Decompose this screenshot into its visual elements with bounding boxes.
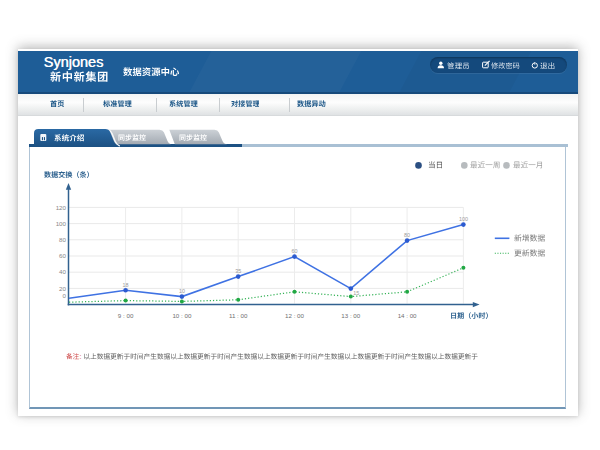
svg-text:100: 100 (56, 220, 67, 227)
svg-text:11 : 00: 11 : 00 (229, 312, 248, 319)
svg-text:40: 40 (59, 268, 66, 275)
svg-text:20: 20 (59, 285, 66, 292)
svg-text:60: 60 (59, 252, 66, 259)
svg-text:80: 80 (404, 232, 410, 238)
svg-text:120: 120 (56, 204, 67, 211)
svg-text:9 : 00: 9 : 00 (118, 312, 134, 319)
svg-text:100: 100 (459, 216, 468, 222)
svg-text:12 : 00: 12 : 00 (285, 312, 304, 319)
svg-text:60: 60 (292, 248, 298, 254)
svg-text:35: 35 (235, 268, 241, 274)
svg-text:13 : 00: 13 : 00 (341, 312, 360, 319)
svg-text:18: 18 (123, 282, 129, 288)
svg-text:14 : 00: 14 : 00 (398, 312, 417, 319)
svg-text:10 : 00: 10 : 00 (172, 312, 191, 319)
svg-text:80: 80 (59, 236, 66, 243)
svg-text:15: 15 (353, 290, 359, 296)
svg-text:10: 10 (179, 288, 185, 294)
svg-text:0: 0 (63, 292, 67, 299)
